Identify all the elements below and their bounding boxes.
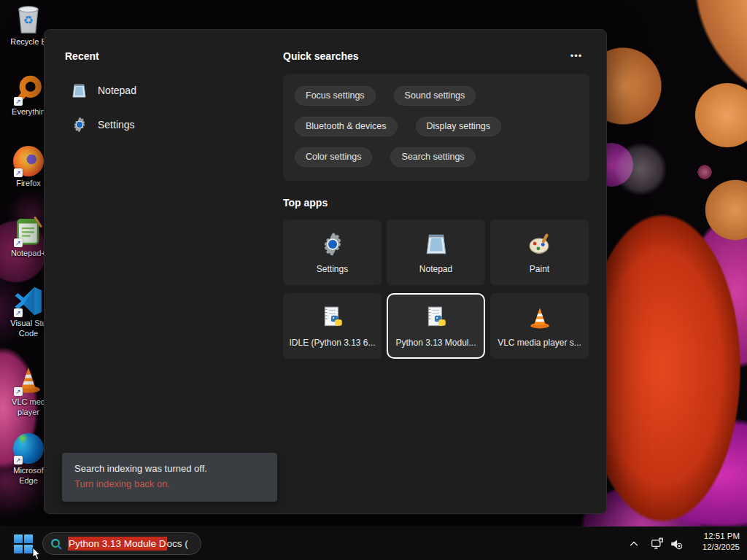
- quick-search-pill-display-settings[interactable]: Display settings: [416, 117, 502, 136]
- desktop-icon-label: Edge: [19, 475, 38, 486]
- top-app-label: IDLE (Python 3.13 6...: [289, 338, 375, 348]
- svg-text:♻: ♻: [23, 14, 34, 26]
- top-app-label: Paint: [530, 264, 549, 274]
- vlc-cone-icon: [527, 305, 553, 331]
- desktop-icon-label: Microsof: [13, 465, 44, 475]
- taskbar: Python 3.13 Module Docs ( 12:51 PM 12/3/…: [0, 526, 747, 560]
- firefox-icon: ↗: [12, 144, 45, 178]
- recent-item-label: Notepad: [98, 85, 136, 96]
- clock-time: 12:51 PM: [686, 531, 740, 542]
- notepad-icon: [423, 231, 449, 257]
- quick-search-pill-focus-settings[interactable]: Focus settings: [295, 86, 376, 106]
- top-app-tile-python-module-docs[interactable]: Python 3.13 Modul...: [387, 293, 485, 359]
- paint-palette-icon: [527, 231, 553, 257]
- top-app-label: VLC media player s...: [498, 338, 581, 348]
- top-app-tile-notepad[interactable]: Notepad: [387, 219, 485, 285]
- recent-section-title: Recent: [65, 50, 99, 62]
- search-icon: [50, 537, 63, 551]
- recycle-bin-icon: ♻: [12, 3, 45, 36]
- indexing-notice: Search indexing was turned off. Turn ind…: [62, 453, 277, 502]
- turn-indexing-on-link[interactable]: Turn indexing back on.: [74, 478, 170, 489]
- notepad-icon: [71, 82, 88, 99]
- python-doc-icon: [423, 305, 449, 331]
- shortcut-arrow-icon: ↗: [14, 238, 23, 247]
- notepad-plus-plus-icon: ↗: [12, 214, 45, 248]
- desktop-icon-label: VLC med: [12, 397, 45, 407]
- recent-item-label: Settings: [98, 119, 135, 131]
- indexing-notice-message: Search indexing was turned off.: [74, 463, 277, 474]
- microsoft-edge-icon: ↗: [12, 432, 45, 465]
- desktop-icon-label: Notepad+: [11, 248, 46, 258]
- top-app-tile-settings[interactable]: Settings: [283, 219, 382, 285]
- search-query-rest-text: ocs (: [167, 538, 188, 549]
- top-app-label: Notepad: [419, 264, 452, 274]
- windows-logo-icon: [14, 534, 33, 553]
- settings-gear-icon: [71, 117, 88, 133]
- python-doc-icon: [320, 305, 346, 331]
- recent-item-settings[interactable]: Settings: [66, 110, 241, 139]
- shortcut-arrow-icon: ↗: [14, 168, 23, 177]
- quick-searches-title: Quick searches: [283, 50, 359, 62]
- search-query-text: Python 3.13 Module Docs (: [68, 538, 188, 549]
- visual-studio-code-icon: ↗: [12, 284, 45, 318]
- hidden-icons-chevron-icon[interactable]: [623, 533, 645, 555]
- top-app-tile-paint[interactable]: Paint: [490, 219, 589, 285]
- quick-searches-card: Focus settings Sound settings Bluetooth …: [283, 74, 589, 181]
- desktop-icon-label: Code: [19, 328, 38, 338]
- shortcut-arrow-icon: ↗: [14, 456, 23, 464]
- top-app-label: Settings: [317, 264, 348, 274]
- search-flyout-panel: Recent Notepad Settings Quick searches •…: [44, 29, 607, 514]
- more-options-icon[interactable]: •••: [564, 49, 589, 65]
- settings-gear-icon: [320, 231, 346, 257]
- desktop-icon-label: Firefox: [16, 178, 41, 188]
- top-app-tile-idle-python[interactable]: IDLE (Python 3.13 6...: [283, 293, 382, 359]
- shortcut-arrow-icon: ↗: [14, 387, 23, 396]
- quick-search-pill-sound-settings[interactable]: Sound settings: [394, 86, 476, 106]
- desktop-icon-label: player: [18, 407, 39, 417]
- clock-date: 12/3/2025: [686, 542, 740, 553]
- taskbar-clock[interactable]: 12:51 PM 12/3/2025: [686, 531, 740, 553]
- top-app-label: Python 3.13 Modul...: [395, 338, 476, 348]
- top-app-tile-vlc[interactable]: VLC media player s...: [490, 293, 589, 359]
- search-query-selected-text: Python 3.13 Module D: [68, 537, 167, 551]
- quick-search-pill-search-settings[interactable]: Search settings: [390, 147, 475, 167]
- desktop-icon-label: Visual Stu: [10, 318, 46, 328]
- volume-muted-icon[interactable]: [665, 533, 687, 555]
- mouse-cursor: [32, 547, 42, 560]
- vlc-cone-icon: ↗: [12, 363, 45, 397]
- quick-search-pill-color-settings[interactable]: Color settings: [295, 147, 372, 167]
- recent-item-notepad[interactable]: Notepad: [66, 76, 241, 105]
- desktop-icon-label: Everythin: [12, 106, 45, 117]
- quick-search-pill-bluetooth-devices[interactable]: Bluetooth & devices: [295, 117, 398, 136]
- shortcut-arrow-icon: ↗: [14, 97, 23, 106]
- desktop-icon-label: Recycle B: [10, 36, 47, 47]
- top-apps-title: Top apps: [283, 197, 328, 209]
- taskbar-search-input[interactable]: Python 3.13 Module Docs (: [42, 532, 201, 555]
- everything-magnifier-icon: ↗: [12, 73, 45, 106]
- shortcut-arrow-icon: ↗: [14, 308, 23, 317]
